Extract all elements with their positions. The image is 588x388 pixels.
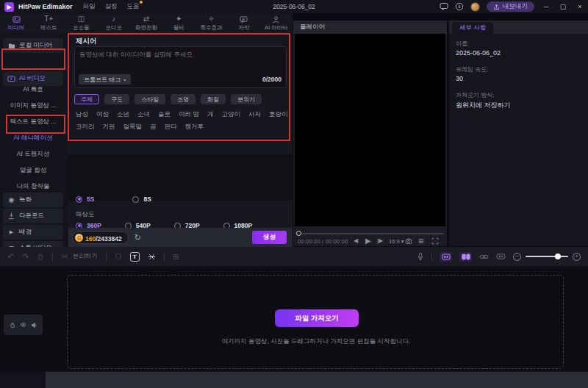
sidebar-item-text-to-video[interactable]: 텍스트 동영상 ...	[0, 118, 66, 126]
delete-icon[interactable]	[37, 253, 44, 261]
player-scrubber[interactable]	[296, 231, 444, 237]
tag-item[interactable]: 소녀	[137, 110, 150, 119]
video-preview[interactable]	[295, 34, 445, 226]
tag-item[interactable]: 소년	[117, 110, 129, 119]
generate-button[interactable]: 생성	[252, 231, 287, 244]
redo-icon[interactable]: ↷	[22, 252, 29, 262]
tag-item[interactable]: 곰	[150, 123, 157, 132]
next-frame-icon[interactable]: |▶	[377, 237, 383, 244]
tag-item[interactable]: 고양이	[221, 110, 240, 119]
media-icon	[12, 15, 21, 24]
scrubber-handle[interactable]	[296, 231, 301, 236]
media-drop-zone[interactable]: 파일 가져오기 여기까지 동영상, 사진을 드래그하거나 가져오면 편집을 시작…	[67, 275, 564, 369]
tag-item[interactable]: 솔로	[158, 110, 171, 119]
category-quality[interactable]: 화질	[201, 94, 226, 104]
menu-help[interactable]: 도움	[127, 2, 140, 11]
snapshot-icon[interactable]	[405, 237, 412, 245]
sidebar-item-face-swap[interactable]: 얼굴 합성	[0, 166, 66, 175]
tag-item[interactable]: 여성	[96, 110, 109, 119]
download-icon[interactable]	[455, 2, 464, 11]
menu-file[interactable]: 파일	[83, 2, 96, 11]
undo-icon[interactable]: ↶	[7, 252, 14, 262]
export-button[interactable]: 내보내기	[487, 1, 534, 12]
zoom-slider-track[interactable]	[526, 256, 568, 257]
sidebar-item-label: 로컬 미디어	[19, 41, 52, 50]
split-label[interactable]: 분리하기	[73, 252, 98, 261]
auto-ripple-toggle-icon[interactable]	[459, 252, 472, 262]
prompt-tag-dropdown[interactable]: 프롬프트 태그 ▾	[79, 74, 131, 85]
tab-transition[interactable]: ⇄ 화면전환	[130, 13, 162, 33]
aspect-ratio-selector[interactable]: 16:9 ▾	[389, 238, 404, 245]
sidebar-item-image-to-video[interactable]: 이미지 동영상 ...	[0, 101, 66, 110]
tab-media[interactable]: 미디어	[0, 13, 32, 33]
link-clips-icon[interactable]	[479, 254, 489, 260]
category-subject[interactable]: 주제	[74, 94, 99, 104]
tab-effects[interactable]: ✧ 특수효과	[195, 13, 227, 33]
tag-item[interactable]: 사자	[248, 110, 261, 119]
category-style[interactable]: 스타일	[135, 94, 165, 104]
tab-filter[interactable]: ✦ 필터	[162, 13, 195, 33]
sidebar-item-ai-effects[interactable]: AI 특효	[0, 85, 66, 94]
text-tool-icon[interactable]: T	[130, 252, 140, 262]
tag-item[interactable]: 호랑이	[269, 110, 288, 119]
tag-item[interactable]: 코끼리	[76, 123, 95, 132]
tag-item[interactable]: 캥거루	[185, 123, 204, 132]
tag-item[interactable]: 얼룩말	[123, 123, 143, 132]
add-track-icon[interactable]: ⊞	[173, 252, 179, 262]
duration-5s-radio[interactable]: 5S	[76, 195, 94, 203]
mute-speaker-icon[interactable]	[31, 322, 37, 328]
tag-item[interactable]: 남성	[76, 110, 88, 119]
import-file-button[interactable]: 파일 가져오기	[275, 309, 359, 327]
menu-settings[interactable]: 설정	[105, 2, 118, 11]
mask-icon[interactable]	[115, 253, 122, 261]
tab-ai-avatar[interactable]: AI 아바타	[260, 13, 293, 33]
zoom-slider-handle[interactable]	[555, 254, 561, 259]
sidebar-item-record[interactable]: ◉ 녹화	[3, 193, 63, 207]
play-icon[interactable]: ▶	[365, 237, 371, 245]
category-lighting[interactable]: 조명	[171, 94, 196, 104]
tab-subtitles[interactable]: 자막	[228, 13, 260, 33]
prompt-textarea[interactable]	[75, 47, 286, 72]
horizontal-scrollbar[interactable]	[46, 372, 588, 388]
prev-frame-icon[interactable]: ◀	[354, 237, 358, 244]
smart-cut-icon[interactable]	[148, 253, 156, 261]
zoom-in-icon[interactable]: +	[573, 253, 581, 261]
sidebar-item-background[interactable]: ▶ 배경	[3, 225, 63, 240]
tab-elements[interactable]: ◫ 요소들	[65, 13, 97, 33]
tag-item[interactable]: 개	[207, 110, 214, 119]
sidebar-item-local-media[interactable]: 로컬 미디어	[3, 38, 63, 53]
player-title: 플레이어	[300, 23, 325, 32]
sidebar-item-ai-transition[interactable]: AI 트랜지션	[0, 150, 66, 159]
category-mood[interactable]: 분위기	[231, 94, 262, 104]
keyframe-toggle-icon[interactable]	[440, 252, 452, 262]
grid-icon[interactable]: ⊞	[418, 237, 424, 245]
split-icon[interactable]: ✂	[61, 252, 68, 262]
tab-details[interactable]: 세부 사항	[452, 22, 493, 34]
eye-icon[interactable]	[20, 322, 26, 328]
tab-audio[interactable]: ♪ 오디오	[98, 13, 130, 33]
tab-text[interactable]: T+ 텍스트	[32, 13, 65, 33]
player-header: 플레이어	[293, 21, 447, 34]
minimize-button[interactable]: ─	[541, 3, 551, 10]
sidebar-item-ai-video[interactable]: AI 비디오	[3, 71, 63, 86]
lock-icon[interactable]	[10, 322, 15, 328]
fullscreen-icon[interactable]	[431, 237, 439, 245]
voiceover-mic-icon[interactable]	[417, 252, 424, 261]
zoom-out-icon[interactable]: −	[513, 253, 521, 261]
tag-item[interactable]: 여러 명	[179, 110, 199, 119]
refresh-icon[interactable]: ↻	[135, 233, 141, 242]
maximize-button[interactable]: ▢	[558, 3, 568, 10]
feedback-icon[interactable]	[440, 2, 448, 11]
tag-item[interactable]: 판다	[165, 123, 177, 132]
sidebar-item-ai-animation[interactable]: AI 애니메이션	[0, 134, 66, 143]
audio-icon: ♪	[112, 15, 115, 24]
sidebar-item-my-creations[interactable]: 나의 창작물	[0, 182, 66, 191]
user-avatar[interactable]	[470, 2, 480, 12]
duration-8s-radio[interactable]: 8S	[132, 195, 151, 203]
fit-timeline-icon[interactable]	[496, 253, 506, 260]
sidebar-item-download[interactable]: 다운로드	[3, 209, 63, 223]
text-icon: T+	[44, 15, 53, 24]
category-composition[interactable]: 구도	[104, 94, 129, 104]
tag-item[interactable]: 기린	[103, 123, 115, 132]
close-button[interactable]: ×	[575, 3, 585, 10]
